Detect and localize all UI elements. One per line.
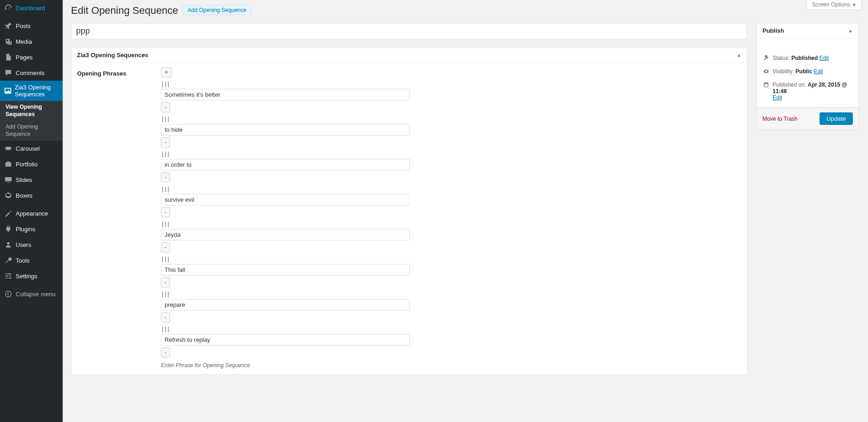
status-label: Status: [773,55,790,61]
edit-status-link[interactable]: Edit [819,55,829,61]
status-value: Published [791,55,818,61]
submenu-item-add-opening-sequence[interactable]: Add Opening Sequence [0,121,63,141]
phrase-input[interactable] [161,194,410,205]
menu-label: Appearance [16,210,48,217]
phrase-input[interactable] [161,229,410,240]
menu-item-dashboard[interactable]: Dashboard [0,0,63,16]
image-icon [4,86,12,95]
drag-handle-icon[interactable]: ||| [161,255,741,264]
menu-label: Plugins [16,226,35,233]
edit-published-link[interactable]: Edit [773,94,782,101]
phrase-input[interactable] [161,299,410,311]
drag-handle-icon[interactable]: ||| [161,290,741,299]
menu-label: Collapse menu [16,291,56,298]
phrase-block: |||- [161,255,741,287]
menu-label: Pages [16,54,33,61]
menu-item-portfolio[interactable]: Portfolio [0,156,63,172]
pin-icon [4,21,13,30]
publish-box-title: Publish [762,27,784,34]
drag-handle-icon[interactable]: ||| [161,220,741,229]
drag-handle-icon[interactable]: ||| [161,185,741,193]
submenu-item-view-opening-sequences[interactable]: View Opening Sequences [0,101,63,121]
box-icon [4,191,13,200]
drag-handle-icon[interactable]: ||| [161,115,741,123]
remove-phrase-button[interactable]: - [161,242,170,252]
menu-label: Boxes [16,192,32,199]
menu-item-posts[interactable]: Posts [0,18,63,34]
move-to-trash-link[interactable]: Move to Trash [762,116,797,122]
phrase-block: |||- [161,290,741,322]
tools-icon [4,256,13,265]
dashboard-icon [4,3,13,12]
collapse-icon [4,289,13,299]
publish-metabox: Publish ▲ Status: Published Ed [756,23,859,130]
admin-sidebar: DashboardPostsMediaPagesCommentsZia3 Ope… [0,0,63,375]
portfolio-icon [4,159,13,169]
add-phrase-button[interactable]: + [161,67,172,77]
collapse-toggle-icon[interactable]: ▲ [737,53,741,58]
page-icon [4,53,13,62]
plugin-icon [4,224,13,234]
published-label: Published on: [773,82,806,88]
remove-phrase-button[interactable]: - [161,312,170,322]
menu-label: Posts [16,23,31,29]
opening-sequences-metabox: Zia3 Opening Sequences ▲ Opening Phrases… [71,47,747,375]
update-button[interactable]: Update [820,112,853,125]
phrase-input[interactable] [161,159,410,170]
menu-item-appearance[interactable]: Appearance [0,205,63,221]
remove-phrase-button[interactable]: - [161,137,170,147]
slides-icon [4,175,13,184]
menu-label: Tools [16,257,30,264]
menu-label: Settings [16,273,37,280]
remove-phrase-button[interactable]: - [161,207,170,217]
menu-label: Portfolio [16,161,38,168]
menu-item-zia3-opening-sequences[interactable]: Zia3 Opening Sequences [0,81,63,101]
drag-handle-icon[interactable]: ||| [161,325,741,334]
phrase-input[interactable] [161,264,410,275]
menu-item-boxes[interactable]: Boxes [0,188,63,203]
remove-phrase-button[interactable]: - [161,172,170,182]
menu-item-media[interactable]: Media [0,34,63,49]
drag-handle-icon[interactable]: ||| [161,80,741,88]
visibility-value: Public [796,68,812,75]
drag-handle-icon[interactable]: ||| [161,150,741,158]
add-new-button[interactable]: Add Opening Sequence [183,5,251,15]
media-icon [4,37,13,46]
users-icon [4,240,13,249]
menu-item-settings[interactable]: Settings [0,268,63,284]
menu-label: Users [16,241,31,248]
visibility-label: Visibility: [773,68,794,75]
phrase-block: |||- [161,185,741,217]
appearance-icon [4,209,13,218]
menu-item-carousel[interactable]: Carousel [0,141,63,156]
post-title-input[interactable] [71,23,747,39]
comment-icon [4,68,13,77]
calendar-icon [762,82,770,89]
phrase-input[interactable] [161,89,410,100]
menu-item-tools[interactable]: Tools [0,252,63,268]
remove-phrase-button[interactable]: - [161,347,170,358]
eye-icon [762,68,770,76]
menu-item-collapse-menu[interactable]: Collapse menu [0,286,63,302]
settings-icon [4,271,13,281]
menu-label: Comments [16,70,45,76]
phrase-input[interactable] [161,124,410,135]
menu-item-pages[interactable]: Pages [0,49,63,65]
phrase-block: |||- [161,325,741,358]
help-text: Enter Phrase for Opening Sequence [161,362,741,369]
menu-item-slides[interactable]: Slides [0,172,63,188]
remove-phrase-button[interactable]: - [161,102,170,112]
edit-visibility-link[interactable]: Edit [814,68,823,75]
phrase-input[interactable] [161,334,410,346]
menu-item-plugins[interactable]: Plugins [0,221,63,237]
menu-item-users[interactable]: Users [0,237,63,252]
metabox-title: Zia3 Opening Sequences [77,52,148,59]
menu-item-comments[interactable]: Comments [0,65,63,81]
remove-phrase-button[interactable]: - [161,277,170,287]
menu-label: Slides [16,176,32,183]
collapse-toggle-icon[interactable]: ▲ [848,28,853,33]
menu-label: Media [16,38,32,45]
svg-point-0 [6,291,12,297]
menu-label: Carousel [16,145,40,152]
phrase-block: |||- [161,80,741,112]
